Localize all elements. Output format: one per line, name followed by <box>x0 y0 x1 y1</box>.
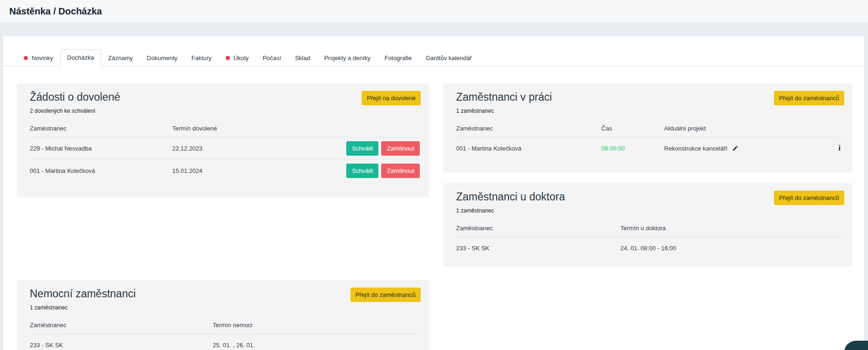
tab-fotografie[interactable]: Fotografie <box>377 50 419 66</box>
column-header-current-project: Aktuální projekt <box>664 125 843 132</box>
tab-projekty-a-deniky[interactable]: Projekty a deníky <box>317 50 377 66</box>
table-row: 229 - Michal Nesvadba 22.12.2023 Schváli… <box>30 137 420 160</box>
employee-count: 1 zaměstnanec <box>456 108 843 114</box>
go-to-vacations-button[interactable]: Přejít na dovolené <box>362 91 421 105</box>
employee-name: 001 - Martina Kolečková <box>30 167 172 174</box>
tab-label: Projekty a deníky <box>324 55 370 62</box>
at-work-table: Zaměstnanec Čas Aktuální projekt 001 - M… <box>456 121 843 159</box>
table-row: 001 - Martina Kolečková 15.01.2024 Schvá… <box>30 160 420 182</box>
page-title: Nástěnka / Docházka <box>9 6 102 17</box>
tab-sklad[interactable]: Sklad <box>288 50 317 66</box>
tab-ukoly[interactable]: Úkoly <box>219 50 256 66</box>
table-header-row: Zaměstnanec Termín dovolené <box>30 121 420 137</box>
tab-dokumenty[interactable]: Dokumenty <box>140 50 185 66</box>
tab-label: Sklad <box>295 55 310 62</box>
employee-count: 1 zaměstnanec <box>30 304 420 311</box>
info-icon[interactable]: i <box>839 144 841 152</box>
go-to-employees-button[interactable]: Přejít do zaměstnanců <box>350 288 421 302</box>
work-time: 08:00:00 <box>601 145 664 152</box>
table-row: 001 - Martina Kolečková 08:00:00 Rekonst… <box>456 137 843 159</box>
employee-name: 229 - Michal Nesvadba <box>30 145 172 152</box>
tab-faktury[interactable]: Faktury <box>184 50 218 66</box>
column-header-sick-term: Termín nemoci <box>213 322 420 329</box>
tab-dochazka[interactable]: Docházka <box>60 49 101 66</box>
vacation-requests-card: Žádosti o dovolené Přejít na dovolené 2 … <box>17 83 429 197</box>
employees-at-work-card: Zaměstnanci v práci Přejít do zaměstnanc… <box>443 83 853 172</box>
notification-dot <box>24 56 28 60</box>
vacation-term: 22.12.2023 <box>172 145 346 152</box>
column-header-employee: Zaměstnanec <box>456 125 601 132</box>
approve-button[interactable]: Schválit <box>346 164 379 178</box>
tab-label: Faktury <box>191 55 211 62</box>
employee-name: 233 - SK SK <box>456 245 620 252</box>
reject-button[interactable]: Zamítnout <box>381 164 420 178</box>
tab-bar: Novinky Docházka Záznamy Dokumenty Faktu… <box>3 36 864 66</box>
doctor-term: 24. 01. 08:00 - 16:00 <box>620 245 843 252</box>
edit-project-icon[interactable] <box>732 145 739 151</box>
tab-ganttuv-kalendar[interactable]: Ganttův kalendář <box>419 50 479 66</box>
table-header-row: Zaměstnanec Termín nemoci <box>30 318 420 334</box>
current-project: Rekonstrukce kanceláří <box>664 145 727 152</box>
main-panel: Novinky Docházka Záznamy Dokumenty Faktu… <box>3 36 864 350</box>
tab-label: Záznamy <box>108 55 133 62</box>
table-row: 233 - SK SK 24. 01. 08:00 - 16:00 <box>456 237 843 259</box>
tab-label: Počasí <box>262 55 281 62</box>
column-header-doctor-term: Termín u doktora <box>620 225 843 232</box>
column-header-employee: Zaměstnanec <box>30 125 172 132</box>
tab-zaznamy[interactable]: Záznamy <box>101 50 140 66</box>
employee-name: 233 - SK SK <box>30 342 213 349</box>
top-header: Nástěnka / Docházka <box>0 0 868 22</box>
go-to-employees-button[interactable]: Přejít do zaměstnanců <box>774 191 844 205</box>
vacation-table: Zaměstnanec Termín dovolené 229 - Michal… <box>30 121 420 182</box>
tab-pocasi[interactable]: Počasí <box>256 50 288 66</box>
tab-label: Fotografie <box>384 55 412 62</box>
column-header-vacation-term: Termín dovolené <box>172 125 420 132</box>
column-header-employee: Zaměstnanec <box>30 322 213 329</box>
tab-label: Ganttův kalendář <box>426 55 472 62</box>
column-header-time: Čas <box>601 125 664 132</box>
go-to-employees-button[interactable]: Přejít do zaměstnanců <box>774 91 844 105</box>
table-row: 233 - SK SK 25. 01. , 26. 01. <box>30 334 420 350</box>
tab-label: Úkoly <box>234 55 249 62</box>
pending-count: 2 dovolených ke schválení <box>30 108 420 114</box>
approve-button[interactable]: Schválit <box>346 141 379 156</box>
employee-count: 1 zaměstnanec <box>456 207 843 214</box>
vacation-term: 15.01.2024 <box>172 167 346 174</box>
notification-dot <box>226 56 230 60</box>
reject-button[interactable]: Zamítnout <box>381 141 420 156</box>
sick-term: 25. 01. , 26. 01. <box>213 342 420 349</box>
table-header-row: Zaměstnanec Čas Aktuální projekt <box>456 121 843 137</box>
tab-label: Dokumenty <box>147 55 178 62</box>
tab-label: Docházka <box>67 54 94 61</box>
employee-name: 001 - Martina Kolečková <box>456 145 601 152</box>
at-doctor-table: Zaměstnanec Termín u doktora 233 - SK SK… <box>456 221 843 259</box>
sick-table: Zaměstnanec Termín nemoci 233 - SK SK 25… <box>30 318 420 350</box>
tab-label: Novinky <box>32 55 53 62</box>
table-header-row: Zaměstnanec Termín u doktora <box>456 221 843 237</box>
employees-at-doctor-card: Zaměstnanci u doktora Přejít do zaměstna… <box>443 183 853 267</box>
tab-novinky[interactable]: Novinky <box>17 50 60 66</box>
sick-employees-card: Nemocní zaměstnanci Přejít do zaměstnanc… <box>17 280 429 350</box>
column-header-employee: Zaměstnanec <box>456 225 620 232</box>
